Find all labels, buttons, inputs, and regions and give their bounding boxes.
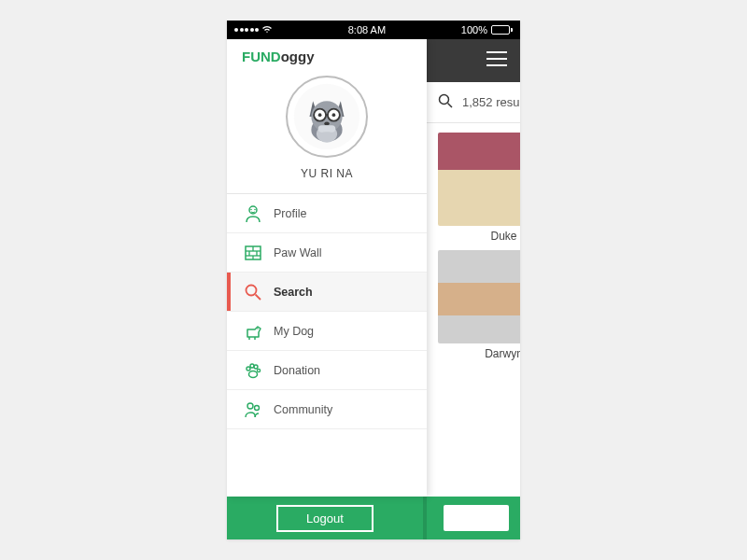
svg-point-27 [257, 328, 259, 329]
dog-name: Duke [438, 230, 520, 243]
search-icon [438, 93, 453, 111]
dog-icon [244, 322, 262, 341]
user-block: YU RI NA [227, 68, 427, 193]
svg-line-1 [448, 104, 453, 108]
search-row[interactable]: 1,852 resul [427, 82, 520, 123]
profile-icon [244, 204, 262, 223]
svg-point-28 [249, 371, 258, 377]
nav-item-search[interactable]: Search [227, 273, 427, 312]
avatar[interactable] [286, 76, 368, 158]
svg-point-23 [247, 285, 257, 295]
nav-label: Community [274, 403, 332, 416]
signal-dots-icon [234, 28, 259, 32]
status-bar: 8:08 AM 100% [227, 21, 520, 39]
svg-point-10 [332, 113, 336, 117]
logo-part1: FUND [242, 49, 281, 64]
logo-part2: oggy [281, 49, 315, 64]
svg-point-33 [247, 403, 253, 409]
wall-icon [244, 244, 262, 262]
dog-photo [438, 250, 520, 343]
wifi-icon [261, 24, 273, 35]
svg-point-34 [255, 405, 260, 410]
paw-icon [244, 361, 262, 380]
bottom-left: Logout [227, 497, 427, 539]
dog-name: Darwyn [438, 347, 520, 360]
svg-point-32 [257, 369, 260, 371]
action-button[interactable] [444, 505, 509, 531]
nav-item-community[interactable]: Community [227, 390, 427, 429]
nav-label: My Dog [274, 325, 314, 338]
nav-item-my-dog[interactable]: My Dog [227, 312, 427, 351]
battery-pct: 100% [461, 24, 487, 35]
bottom-bar: Logout [227, 497, 520, 539]
nav-label: Donation [274, 364, 320, 377]
community-icon [244, 400, 262, 419]
svg-line-24 [256, 294, 261, 300]
svg-point-14 [250, 208, 252, 210]
svg-point-11 [324, 122, 330, 126]
svg-point-0 [440, 95, 449, 105]
svg-point-31 [254, 365, 258, 369]
logout-button[interactable]: Logout [276, 505, 374, 532]
nav-label: Profile [274, 207, 306, 220]
svg-point-15 [254, 208, 256, 210]
svg-point-29 [247, 367, 250, 371]
result-card[interactable]: Darwyn [438, 250, 520, 360]
result-card[interactable]: Duke [438, 133, 520, 243]
app-logo: FUNDoggy [227, 39, 427, 68]
nav-item-donation[interactable]: Donation [227, 351, 427, 390]
svg-rect-12 [318, 125, 336, 132]
status-left [234, 24, 273, 35]
bottom-right [427, 497, 520, 539]
battery-icon [491, 25, 513, 35]
nav-drawer: FUNDoggy [227, 39, 427, 497]
status-right: 100% [461, 24, 513, 35]
status-time: 8:08 AM [348, 24, 386, 35]
results-count: 1,852 resul [462, 95, 520, 109]
nav-label: Search [274, 286, 313, 299]
nav-menu: Profile Paw Wall Search My Dog [227, 193, 427, 497]
phone-frame: 8:08 AM 100% 1,852 resul Duke [227, 21, 520, 539]
svg-point-9 [318, 113, 322, 117]
nav-item-paw-wall[interactable]: Paw Wall [227, 233, 427, 273]
dog-photo [438, 133, 520, 226]
username: YU RI NA [227, 167, 427, 180]
search-icon [244, 283, 262, 301]
nav-label: Paw Wall [274, 246, 322, 259]
hamburger-icon[interactable] [486, 51, 507, 70]
nav-item-profile[interactable]: Profile [227, 194, 427, 233]
